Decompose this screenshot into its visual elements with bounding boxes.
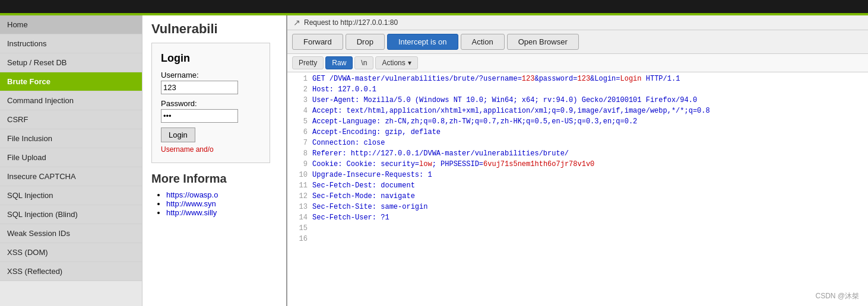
username-input[interactable]	[161, 81, 238, 94]
sidebar-item-weak-session-ids[interactable]: Weak Session IDs	[0, 224, 142, 243]
link-2[interactable]: http://www.syn	[166, 199, 216, 208]
burp-toolbar: Forward Drop Intercept is on Action Open…	[287, 30, 868, 54]
http-line: 12Sec-Fetch-Mode: navigate	[287, 192, 868, 203]
http-line: 8Referer: http://127.0.0.1/DVWA-master/v…	[287, 149, 868, 160]
line-number: 10	[291, 171, 308, 181]
line-text: Accept-Encoding: gzip, deflate	[312, 128, 864, 139]
line-number: 9	[291, 160, 308, 171]
arrow-icon: ↗	[293, 18, 300, 27]
sidebar-item-sql-injection-blind[interactable]: SQL Injection (Blind)	[0, 205, 142, 224]
login-error: Username and/o	[161, 145, 261, 154]
line-text: Cookie: Cookie: security=low; PHPSESSID=…	[312, 160, 864, 171]
login-button[interactable]: Login	[161, 128, 195, 142]
http-line: 14Sec-Fetch-User: ?1	[287, 213, 868, 224]
list-item: http://www.syn	[166, 199, 277, 208]
password-input[interactable]	[161, 109, 238, 123]
http-content: 1GET /DVWA-master/vulnerabilities/brute/…	[287, 72, 868, 306]
login-heading: Login	[161, 52, 261, 65]
forward-button[interactable]: Forward	[292, 34, 343, 50]
page-title: Vulnerabili	[151, 21, 277, 37]
http-line: 7Connection: close	[287, 139, 868, 149]
line-number: 12	[291, 192, 308, 203]
line-text: Accept: text/html,application/xhtml+xml,…	[312, 107, 864, 117]
line-number: 7	[291, 139, 308, 149]
line-number: 13	[291, 203, 308, 213]
http-line: 11Sec-Fetch-Dest: document	[287, 181, 868, 192]
http-line: 4Accept: text/html,application/xhtml+xml…	[287, 107, 868, 117]
sidebar-item-file-upload[interactable]: File Upload	[0, 148, 142, 167]
line-text: Host: 127.0.0.1	[312, 85, 864, 96]
http-line: 16	[287, 235, 868, 246]
more-info-links: https://owasp.o http://www.syn http://ww…	[151, 190, 277, 217]
burp-request-line: ↗ Request to http://127.0.0.1:80	[287, 15, 868, 30]
top-bar	[0, 0, 868, 13]
link-1[interactable]: https://owasp.o	[166, 190, 218, 199]
line-number: 11	[291, 181, 308, 192]
http-line: 6Accept-Encoding: gzip, deflate	[287, 128, 868, 139]
http-line: 1GET /DVWA-master/vulnerabilities/brute/…	[287, 75, 868, 85]
actions-dropdown[interactable]: Actions ▾	[375, 56, 417, 69]
line-text: Referer: http://127.0.0.1/DVWA-master/vu…	[312, 149, 864, 160]
burp-view-tabs: Pretty Raw \n Actions ▾	[287, 54, 868, 72]
sidebar-item-home[interactable]: Home	[0, 15, 142, 34]
actions-label: Actions	[382, 59, 405, 67]
http-line: 9Cookie: Cookie: security=low; PHPSESSID…	[287, 160, 868, 171]
more-info-title: More Informa	[151, 172, 277, 186]
line-number: 3	[291, 96, 308, 107]
sidebar-item-sql-injection[interactable]: SQL Injection	[0, 186, 142, 205]
line-number: 5	[291, 117, 308, 128]
line-number: 6	[291, 128, 308, 139]
sidebar-item-csrf[interactable]: CSRF	[0, 110, 142, 129]
line-text: User-Agent: Mozilla/5.0 (Windows NT 10.0…	[312, 96, 864, 107]
line-number: 2	[291, 85, 308, 96]
list-item: https://owasp.o	[166, 190, 277, 199]
burp-panel: ↗ Request to http://127.0.0.1:80 Forward…	[286, 15, 868, 306]
http-line: 5Accept-Language: zh-CN,zh;q=0.8,zh-TW;q…	[287, 117, 868, 128]
login-box: Login Username: Password: Login Username…	[151, 43, 270, 163]
open-browser-button[interactable]: Open Browser	[507, 34, 579, 50]
sidebar-item-insecure-captcha[interactable]: Insecure CAPTCHA	[0, 167, 142, 186]
burp-request-url: Request to http://127.0.0.1:80	[304, 18, 398, 27]
line-text: Accept-Language: zh-CN,zh;q=0.8,zh-TW;q=…	[312, 117, 864, 128]
line-text: Sec-Fetch-Site: same-origin	[312, 203, 864, 213]
sidebar-item-setup-reset-db[interactable]: Setup / Reset DB	[0, 53, 142, 72]
action-button[interactable]: Action	[461, 34, 505, 50]
line-number: 16	[291, 235, 308, 246]
sidebar-item-instructions[interactable]: Instructions	[0, 34, 142, 53]
line-number: 14	[291, 213, 308, 224]
http-line: 15	[287, 224, 868, 235]
line-text: Connection: close	[312, 139, 864, 149]
drop-button[interactable]: Drop	[346, 34, 385, 50]
http-line: 10Upgrade-Insecure-Requests: 1	[287, 171, 868, 181]
http-line: 2Host: 127.0.0.1	[287, 85, 868, 96]
line-number: 8	[291, 149, 308, 160]
line-text: Sec-Fetch-User: ?1	[312, 213, 864, 224]
line-number: 15	[291, 224, 308, 235]
sidebar-item-xss-dom[interactable]: XSS (DOM)	[0, 243, 142, 262]
tab-pretty[interactable]: Pretty	[292, 56, 324, 69]
tab-raw[interactable]: Raw	[325, 56, 353, 69]
content-area: Vulnerabili Login Username: Password: Lo…	[142, 15, 286, 306]
line-text: Upgrade-Insecure-Requests: 1	[312, 171, 864, 181]
tab-n[interactable]: \n	[354, 56, 373, 69]
line-text	[312, 235, 864, 246]
link-3[interactable]: http://www.silly	[166, 208, 217, 217]
username-label: Username:	[161, 71, 261, 79]
sidebar-item-command-injection[interactable]: Command Injection	[0, 91, 142, 110]
sidebar: HomeInstructionsSetup / Reset DBBrute Fo…	[0, 15, 142, 306]
chevron-down-icon: ▾	[408, 59, 411, 67]
list-item: http://www.silly	[166, 208, 277, 217]
sidebar-item-file-inclusion[interactable]: File Inclusion	[0, 129, 142, 148]
http-line: 3User-Agent: Mozilla/5.0 (Windows NT 10.…	[287, 96, 868, 107]
line-text: Sec-Fetch-Dest: document	[312, 181, 864, 192]
main-layout: HomeInstructionsSetup / Reset DBBrute Fo…	[0, 15, 868, 306]
page-content: Vulnerabili Login Username: Password: Lo…	[142, 15, 286, 306]
line-text: GET /DVWA-master/vulnerabilities/brute/?…	[312, 75, 864, 85]
sidebar-item-brute-force[interactable]: Brute Force	[0, 72, 142, 91]
intercept-on-button[interactable]: Intercept is on	[387, 34, 458, 50]
password-label: Password:	[161, 99, 261, 108]
line-number: 1	[291, 75, 308, 85]
http-line: 13Sec-Fetch-Site: same-origin	[287, 203, 868, 213]
sidebar-item-xss-reflected[interactable]: XSS (Reflected)	[0, 262, 142, 281]
line-text: Sec-Fetch-Mode: navigate	[312, 192, 864, 203]
